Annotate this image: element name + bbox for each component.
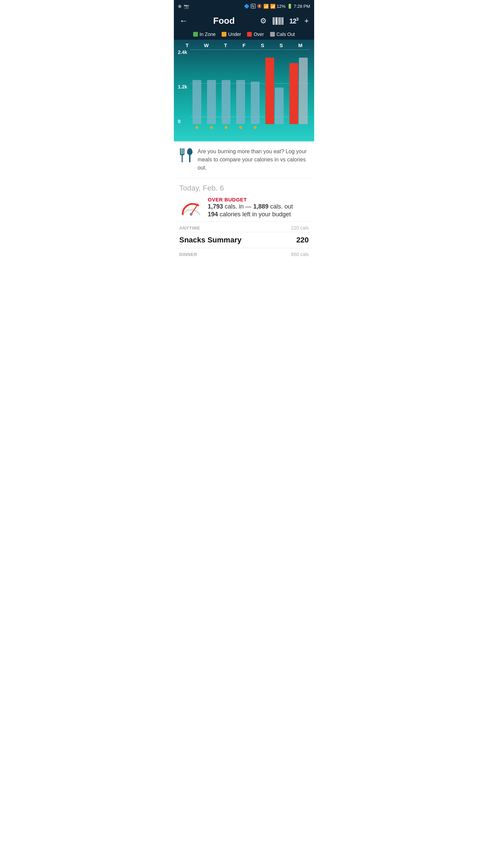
anytime-label-row: ANYTIME 220 cals: [174, 221, 314, 232]
battery-percent: 12%: [277, 4, 286, 9]
budget-left-label: calories left in your budget: [220, 211, 291, 218]
svg-rect-2: [183, 148, 184, 155]
under-label: Under: [228, 32, 241, 37]
over-label: Over: [253, 32, 264, 37]
svg-point-6: [190, 213, 192, 216]
legend-under: Under: [222, 32, 241, 37]
bar-4: [236, 80, 245, 124]
snacks-cals: 220: [296, 236, 309, 244]
bar-5: [251, 82, 260, 124]
day-S2: S: [280, 42, 283, 48]
back-button[interactable]: ←: [179, 16, 188, 26]
dot-2: [210, 126, 213, 129]
budget-details: OVER BUDGET 1,793 cals. in — 1,889 cals.…: [208, 197, 309, 218]
svg-rect-4: [182, 155, 183, 162]
legend-cals-out: Cals Out: [270, 32, 295, 37]
cals-out-value: 1,889: [253, 203, 268, 210]
today-section: Today, Feb. 6 OVER BUDGET 1,793 cals. in…: [174, 178, 314, 221]
info-text: Are you burning more than you eat? Log y…: [198, 147, 309, 172]
grid-line-top: [190, 50, 310, 50]
cals-out-dot: [270, 32, 275, 37]
header: ← Food ⚙ 123 +: [174, 12, 314, 30]
wifi-icon: 📶: [263, 4, 269, 9]
dash: —: [245, 203, 251, 210]
cals-in-label: cals. in: [225, 203, 244, 210]
budget-left-line: 194 calories left in your budget: [208, 211, 309, 218]
cals-in-line: 1,793 cals. in — 1,889 cals. out: [208, 203, 309, 210]
header-icons: ⚙ 123 +: [260, 17, 309, 25]
gauge-icon: [179, 198, 203, 217]
day-M: M: [298, 42, 303, 48]
dinner-label: DINNER: [179, 252, 197, 257]
status-left: ⊕ 📷: [178, 4, 189, 9]
bar-group-3: [222, 80, 230, 124]
legend-in-zone: In Zone: [193, 32, 216, 37]
settings-icon[interactable]: ⚙: [260, 17, 267, 25]
count-badge: 123: [289, 17, 298, 25]
fork-knife-icon: [179, 148, 193, 162]
day-W: W: [204, 42, 209, 48]
anytime-cals: 220 cals: [291, 225, 309, 231]
today-label: Today, Feb. 6: [179, 184, 309, 193]
cals-in-value: 1,793: [208, 203, 223, 210]
bar-group-4: [236, 80, 245, 124]
chart-area: 2.4k 1.2k 0: [178, 50, 310, 131]
over-budget-label: OVER BUDGET: [208, 197, 309, 202]
chart-days: T W T F S S M: [178, 42, 310, 48]
budget-row: OVER BUDGET 1,793 cals. in — 1,889 cals.…: [179, 197, 309, 218]
bar-group-6: [265, 58, 284, 124]
battery-icon: 🔋: [287, 4, 292, 9]
budget-left-value: 194: [208, 211, 218, 218]
day-T2: T: [224, 42, 227, 48]
bar-2: [207, 80, 216, 124]
bar-group-7: [289, 58, 308, 124]
dinner-cals: 660 cals: [291, 252, 309, 257]
day-F: F: [242, 42, 245, 48]
dot-5: [254, 126, 257, 129]
bar-7-red: [289, 63, 298, 124]
bar-group-2: [207, 80, 216, 124]
bar-3: [222, 80, 230, 124]
y-label-mid: 1.2k: [178, 84, 187, 90]
dinner-label-row: DINNER 660 cals: [174, 248, 314, 258]
signal-icon: 📶: [270, 4, 276, 9]
info-section: Are you burning more than you eat? Log y…: [174, 141, 314, 178]
cals-out-label: Cals Out: [277, 32, 295, 37]
page-title: Food: [213, 16, 235, 26]
anytime-label: ANYTIME: [179, 225, 200, 231]
snacks-row[interactable]: Snacks Summary 220: [174, 232, 314, 248]
cals-out-label: cals. out: [270, 203, 293, 210]
in-zone-dot: [193, 32, 198, 37]
y-label-bottom: 0: [178, 119, 187, 124]
status-icon-plus: ⊕: [178, 4, 182, 9]
bar-7-gray: [299, 58, 308, 124]
legend: In Zone Under Over Cals Out: [174, 30, 314, 40]
bar-group-1: [192, 80, 201, 124]
bar-group-5: [251, 82, 260, 124]
legend-over: Over: [247, 32, 264, 37]
nfc-icon: N: [251, 4, 256, 8]
snacks-name: Snacks Summary: [179, 236, 241, 244]
in-zone-label: In Zone: [200, 32, 216, 37]
status-bar: ⊕ 📷 🔷 N 🔇 📶 📶 12% 🔋 7:28 PM: [174, 0, 314, 12]
over-dot: [247, 32, 252, 37]
clock: 7:28 PM: [294, 4, 310, 9]
y-label-top: 2.4k: [178, 50, 187, 55]
dot-1: [196, 126, 198, 129]
svg-rect-0: [180, 148, 181, 155]
under-dot: [222, 32, 226, 37]
day-S1: S: [261, 42, 264, 48]
sound-icon: 🔇: [257, 4, 262, 8]
bar-6-blue: [275, 87, 284, 124]
chart-bars: [178, 58, 310, 131]
dot-4: [239, 126, 242, 129]
bar-6-red: [265, 58, 274, 124]
status-right: 🔷 N 🔇 📶 📶 12% 🔋 7:28 PM: [244, 4, 310, 9]
dot-3: [225, 126, 227, 129]
bluetooth-icon: 🔷: [244, 4, 249, 9]
day-T1: T: [186, 42, 189, 48]
bar-1: [192, 80, 201, 124]
barcode-icon[interactable]: [273, 17, 283, 25]
add-button[interactable]: +: [304, 17, 309, 25]
y-axis: 2.4k 1.2k 0: [178, 50, 187, 131]
